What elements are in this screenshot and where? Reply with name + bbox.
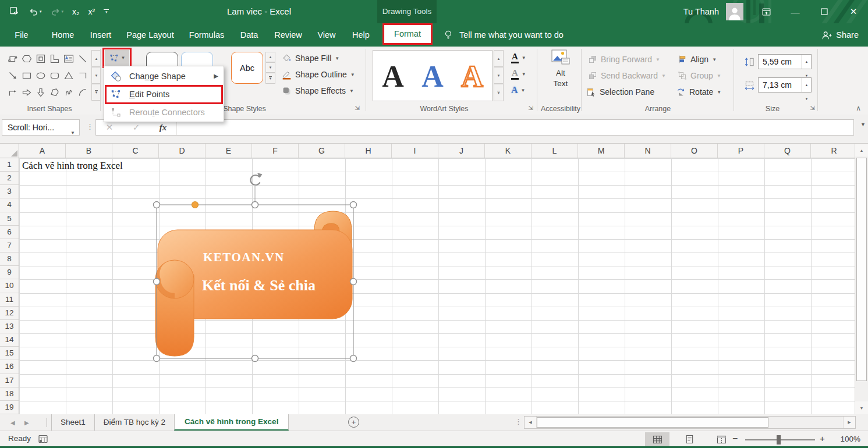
tab-file[interactable]: File xyxy=(11,23,31,47)
column-header-L[interactable]: L xyxy=(532,144,578,158)
undo-button[interactable]: ▾ xyxy=(29,8,42,16)
scroll-down-icon[interactable]: ▼ xyxy=(855,401,868,414)
wordart-down-icon[interactable]: ▼ xyxy=(494,67,504,84)
shape-height-field[interactable]: 5,59 cm ▲▼ xyxy=(758,54,812,69)
vertical-scrollbar[interactable]: ▲ ▼ xyxy=(855,144,868,414)
column-header-R[interactable]: R xyxy=(811,144,855,158)
text-effects-button[interactable]: A▼ xyxy=(511,83,525,97)
row-header-3[interactable]: 3 xyxy=(0,185,19,198)
macro-record-icon[interactable] xyxy=(38,435,48,443)
shape-down-arrow-icon[interactable] xyxy=(34,84,48,101)
insert-function-button[interactable]: fx xyxy=(150,123,176,133)
menu-item-reroute-connectors[interactable]: Reroute Connectors xyxy=(104,103,224,121)
row-header-17[interactable]: 17 xyxy=(0,374,19,387)
sheet-tab-active[interactable]: Cách vẽ hình trong Excel xyxy=(174,414,289,431)
expand-formula-bar-icon[interactable]: ▼ xyxy=(860,122,866,127)
tab-review[interactable]: Review xyxy=(271,23,306,47)
row-header-8[interactable]: 8 xyxy=(0,253,19,266)
styles-up-icon[interactable]: ▲ xyxy=(265,52,275,62)
column-header-B[interactable]: B xyxy=(66,144,112,158)
row-header-15[interactable]: 15 xyxy=(0,347,19,360)
shape-corner-icon[interactable] xyxy=(48,50,62,67)
wordart-style-3[interactable]: A xyxy=(452,51,492,101)
wordart-up-icon[interactable]: ▲ xyxy=(494,50,504,67)
shape-style-preview-3[interactable]: Abc xyxy=(231,52,263,84)
redo-button[interactable]: ▾ xyxy=(51,8,64,16)
row-header-6[interactable]: 6 xyxy=(0,226,19,239)
shape-hexagon-icon[interactable] xyxy=(20,50,34,67)
row-header-9[interactable]: 9 xyxy=(0,266,19,279)
normal-view-button[interactable] xyxy=(645,432,669,446)
column-header-F[interactable]: F xyxy=(252,144,299,158)
sheet-tab-diem-tb[interactable]: Điểm TB học kỳ 2 xyxy=(94,414,174,431)
cancel-formula-icon[interactable]: ✕ xyxy=(96,122,123,133)
handle-bottom-center[interactable] xyxy=(252,355,258,362)
column-header-G[interactable]: G xyxy=(299,144,345,158)
row-header-10[interactable]: 10 xyxy=(0,279,19,293)
enter-formula-icon[interactable]: ✓ xyxy=(123,122,150,133)
row-header-1[interactable]: 1 xyxy=(0,158,19,172)
shape-arc-icon[interactable] xyxy=(76,84,90,101)
name-box[interactable]: Scroll: Hori... ▼ xyxy=(2,119,80,136)
scroll-right-icon[interactable]: ▶ xyxy=(843,417,855,428)
shape-text-line1[interactable]: KETOAN.VN xyxy=(203,250,285,265)
page-break-view-button[interactable] xyxy=(709,432,734,446)
row-header-19[interactable]: 19 xyxy=(0,401,19,414)
customize-qat-icon[interactable]: ▾ xyxy=(104,9,109,15)
row-header-14[interactable]: 14 xyxy=(0,333,19,347)
user-name[interactable]: Tu Thanh xyxy=(683,7,719,16)
undo-caret-icon[interactable]: ▾ xyxy=(40,9,42,14)
wordart-style-1[interactable]: A xyxy=(373,51,413,101)
row-header-4[interactable]: 4 xyxy=(0,198,19,212)
column-header-M[interactable]: M xyxy=(578,144,625,158)
send-backward-button[interactable]: Send Backward▼ xyxy=(588,69,666,83)
handle-top-right[interactable] xyxy=(350,202,357,208)
shape-frame-icon[interactable] xyxy=(34,50,48,67)
ribbon-display-options-button[interactable] xyxy=(752,0,781,23)
rotate-button[interactable]: Rotate▼ xyxy=(676,85,721,99)
horizontal-scroll-thumb[interactable] xyxy=(537,417,768,428)
row-header-18[interactable]: 18 xyxy=(0,387,19,401)
selection-pane-button[interactable]: Selection Pane xyxy=(586,85,654,99)
collapse-ribbon-icon[interactable]: ∧ xyxy=(856,104,861,112)
column-header-H[interactable]: H xyxy=(345,144,392,158)
minimize-button[interactable]: — xyxy=(781,0,810,23)
next-sheet-icon[interactable]: ▶ xyxy=(24,419,29,426)
column-header-D[interactable]: D xyxy=(159,144,206,158)
sheet-tab-sheet1[interactable]: Sheet1 xyxy=(51,414,94,431)
handle-bottom-left[interactable] xyxy=(154,355,160,362)
shape-scribble-icon[interactable] xyxy=(62,84,76,101)
shape-fill-button[interactable]: Shape Fill▼ xyxy=(282,51,339,65)
handle-bottom-right[interactable] xyxy=(350,355,357,362)
styles-down-icon[interactable]: ▼ xyxy=(265,62,275,73)
column-header-A[interactable]: A xyxy=(19,144,66,158)
row-header-11[interactable]: 11 xyxy=(0,293,19,307)
column-header-C[interactable]: C xyxy=(112,144,159,158)
shape-rounded-rectangle-icon[interactable] xyxy=(48,67,62,84)
page-layout-view-button[interactable] xyxy=(677,432,702,446)
shape-line-icon[interactable] xyxy=(76,50,90,67)
shape-elbow-arrow-icon[interactable] xyxy=(6,84,20,101)
width-spinner[interactable]: ▲▼ xyxy=(802,78,811,92)
select-all-corner[interactable] xyxy=(0,144,19,158)
size-dialog-launcher-icon[interactable]: ⇲ xyxy=(809,104,816,112)
column-header-Q[interactable]: Q xyxy=(764,144,811,158)
avatar[interactable] xyxy=(726,3,743,20)
tab-view[interactable]: View xyxy=(314,23,339,47)
close-button[interactable]: ✕ xyxy=(839,0,868,23)
share-button[interactable]: Share xyxy=(821,23,859,47)
column-header-E[interactable]: E xyxy=(206,144,252,158)
shape-width-field[interactable]: 7,13 cm ▲▼ xyxy=(758,77,812,93)
tab-home[interactable]: Home xyxy=(48,23,78,47)
height-spinner[interactable]: ▲▼ xyxy=(802,55,811,69)
rotation-handle[interactable] xyxy=(251,173,263,185)
formula-input[interactable] xyxy=(176,120,853,135)
shape-rectangle-icon[interactable] xyxy=(20,67,34,84)
tab-format[interactable]: Format xyxy=(382,23,433,45)
tell-me-box[interactable]: Tell me what you want to do xyxy=(444,23,564,47)
shape-textbox-icon[interactable] xyxy=(62,50,76,67)
column-header-O[interactable]: O xyxy=(671,144,718,158)
zoom-slider-thumb[interactable] xyxy=(777,435,781,445)
scroll-up-icon[interactable]: ▲ xyxy=(855,144,868,157)
save-sync-icon[interactable] xyxy=(9,6,20,17)
